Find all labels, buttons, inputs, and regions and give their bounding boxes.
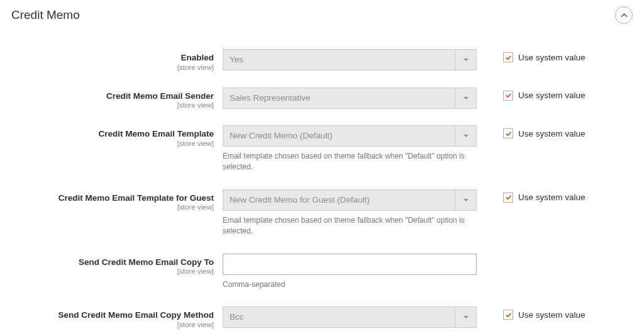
chevron-down-icon: [455, 307, 476, 327]
chevron-down-icon: [455, 190, 476, 210]
field-scope: [store view]: [11, 267, 214, 275]
row-copy-method: Send Credit Memo Email Copy Method [stor…: [11, 306, 633, 328]
select-value: New Credit Memo (Default): [223, 126, 455, 146]
label-col: Enabled [store view]: [11, 49, 223, 71]
system-col: Use system value: [477, 87, 633, 101]
field-note: Email template chosen based on theme fal…: [223, 215, 477, 237]
system-col: Use system value: [477, 306, 633, 320]
template-select: New Credit Memo (Default): [223, 125, 477, 147]
section-title: Credit Memo: [11, 8, 80, 22]
row-sender: Credit Memo Email Sender [store view] Sa…: [11, 87, 633, 109]
row-template-guest: Credit Memo Email Template for Guest [st…: [11, 189, 633, 237]
select-value: Bcc: [223, 307, 455, 327]
row-enabled: Enabled [store view] Yes Use system valu…: [11, 49, 633, 71]
chevron-down-icon: [455, 88, 476, 108]
use-system-checkbox[interactable]: [503, 310, 513, 320]
field-scope: [store view]: [11, 321, 214, 328]
use-system-label: Use system value: [518, 310, 586, 320]
row-template: Credit Memo Email Template [store view] …: [11, 125, 633, 173]
field-label: Credit Memo Email Template: [98, 129, 214, 138]
field-label: Send Credit Memo Email Copy Method: [58, 310, 214, 320]
system-col: Use system value: [477, 189, 633, 203]
use-system-label: Use system value: [518, 193, 586, 202]
use-system-checkbox[interactable]: [503, 128, 513, 138]
field-scope: [store view]: [11, 101, 214, 109]
label-col: Credit Memo Email Template for Guest [st…: [11, 189, 223, 211]
control-col: New Credit Memo for Guest (Default) Emai…: [223, 189, 477, 237]
select-value: Yes: [223, 50, 455, 70]
label-col: Send Credit Memo Email Copy To [store vi…: [11, 254, 223, 276]
field-scope: [store view]: [11, 140, 214, 147]
use-system-label: Use system value: [518, 129, 586, 138]
label-col: Credit Memo Email Sender [store view]: [11, 87, 223, 109]
row-copy-to: Send Credit Memo Email Copy To [store vi…: [11, 254, 633, 290]
use-system-checkbox[interactable]: [503, 52, 513, 62]
copy-method-select: Bcc: [223, 306, 477, 328]
control-col: Sales Representative: [223, 87, 477, 109]
chevron-down-icon: [455, 50, 476, 70]
sender-select: Sales Representative: [223, 87, 477, 109]
collapse-icon[interactable]: [615, 6, 633, 24]
chevron-down-icon: [455, 126, 476, 146]
select-value: New Credit Memo for Guest (Default): [223, 190, 455, 210]
copy-to-input[interactable]: [223, 254, 477, 275]
control-col: Bcc: [223, 306, 477, 328]
field-label: Credit Memo Email Template for Guest: [58, 193, 214, 203]
label-col: Send Credit Memo Email Copy Method [stor…: [11, 306, 223, 328]
select-value: Sales Representative: [223, 88, 455, 108]
template-guest-select: New Credit Memo for Guest (Default): [223, 189, 477, 211]
system-col: [477, 254, 633, 257]
control-col: Yes: [223, 49, 477, 70]
field-note: Comma-separated: [223, 279, 477, 290]
field-scope: [store view]: [11, 64, 214, 71]
control-col: New Credit Memo (Default) Email template…: [223, 125, 477, 173]
use-system-label: Use system value: [518, 91, 586, 100]
field-label: Send Credit Memo Email Copy To: [79, 257, 214, 267]
field-label: Credit Memo Email Sender: [106, 91, 214, 101]
use-system-checkbox[interactable]: [503, 193, 513, 203]
field-note: Email template chosen based on theme fal…: [223, 151, 477, 173]
section-header[interactable]: Credit Memo: [11, 6, 633, 26]
system-col: Use system value: [477, 125, 633, 138]
control-col: Comma-separated: [223, 254, 477, 290]
field-scope: [store view]: [11, 203, 214, 211]
use-system-checkbox[interactable]: [503, 91, 513, 101]
label-col: Credit Memo Email Template [store view]: [11, 125, 223, 147]
enabled-select: Yes: [223, 49, 477, 70]
field-label: Enabled: [180, 53, 214, 62]
system-col: Use system value: [477, 49, 633, 62]
use-system-label: Use system value: [518, 53, 586, 62]
